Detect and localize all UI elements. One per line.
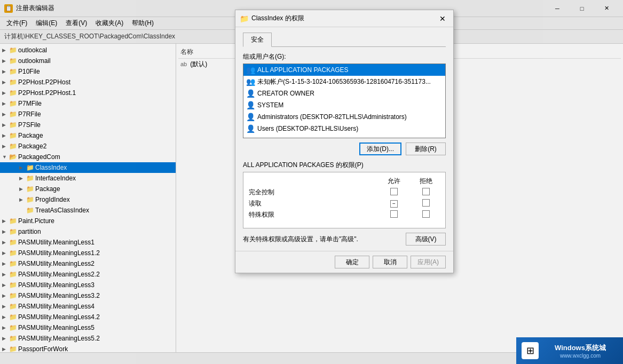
user-item-system[interactable]: 👤 SYSTEM xyxy=(243,99,445,111)
watermark-title: Windows系统城 xyxy=(555,343,606,353)
watermark: ⊞ Windows系统城 www.wxclgg.com xyxy=(516,337,623,364)
user-group-icon: 👥 xyxy=(246,77,255,86)
user-item-unknown-account[interactable]: 👥 未知帐户(S-1-15-3-1024-1065365936-12816047… xyxy=(243,76,445,88)
watermark-subtitle: www.wxclgg.com xyxy=(560,353,601,359)
perm-row-read: 读取 xyxy=(247,198,442,209)
perm-allow-header: 允许 xyxy=(378,176,410,187)
user-name: Administrators (DESKTOP-82TLHLS\Administ… xyxy=(257,113,407,121)
perm-allow-cell xyxy=(378,209,410,220)
dialog-bottom-buttons: 确定 取消 应用(A) xyxy=(235,251,453,273)
advanced-hint-text: 有关特殊权限或高级设置，请单击"高级". xyxy=(243,235,406,244)
perm-deny-header: 拒绝 xyxy=(410,176,442,187)
perm-row-full-control: 完全控制 xyxy=(247,187,442,198)
perm-name: 读取 xyxy=(247,198,378,209)
perm-allow-checkbox[interactable] xyxy=(390,200,398,208)
permissions-table: 允许 拒绝 完全控制 xyxy=(247,176,442,220)
permissions-dialog: 📁 ClassIndex 的权限 ✕ 安全 组或用户名(G): 👥 ALL AP… xyxy=(235,10,454,273)
perm-name: 特殊权限 xyxy=(247,209,378,220)
user-name: SYSTEM xyxy=(257,101,283,109)
perm-allow-cell xyxy=(378,187,410,198)
permissions-box: 允许 拒绝 完全控制 xyxy=(243,172,446,228)
perm-deny-checkbox[interactable] xyxy=(422,199,430,207)
dialog-title: ClassIndex 的权限 xyxy=(251,14,436,23)
perm-allow-cell xyxy=(378,198,410,209)
user-item-users[interactable]: 👤 Users (DESKTOP-82TLHLS\Users) xyxy=(243,123,445,134)
perm-row-special: 特殊权限 xyxy=(247,209,442,220)
perm-deny-cell xyxy=(410,209,442,220)
user-item-all-app-packages[interactable]: 👥 ALL APPLICATION PACKAGES xyxy=(243,64,445,76)
user-icon: 👤 xyxy=(246,89,255,98)
user-name: Users (DESKTOP-82TLHLS\Users) xyxy=(257,125,358,132)
dialog-title-bar: 📁 ClassIndex 的权限 ✕ xyxy=(235,10,453,27)
user-name: 未知帐户(S-1-15-3-1024-1065365936-1281604716… xyxy=(257,77,431,86)
dialog-content: 安全 组或用户名(G): 👥 ALL APPLICATION PACKAGES … xyxy=(235,27,453,251)
user-list[interactable]: 👥 ALL APPLICATION PACKAGES 👥 未知帐户(S-1-15… xyxy=(243,64,446,138)
user-icon: 👤 xyxy=(246,112,255,122)
tab-strip: 安全 xyxy=(243,33,446,47)
tab-security[interactable]: 安全 xyxy=(243,33,272,47)
remove-button[interactable]: 删除(R) xyxy=(406,143,446,155)
dialog-folder-icon: 📁 xyxy=(240,14,248,23)
dialog-overlay: 📁 ClassIndex 的权限 ✕ 安全 组或用户名(G): 👥 ALL AP… xyxy=(0,0,623,364)
perm-deny-checkbox[interactable] xyxy=(422,188,430,195)
user-group-icon: 👥 xyxy=(246,65,255,75)
cancel-button[interactable]: 取消 xyxy=(373,256,407,268)
user-icon: 👤 xyxy=(246,124,255,133)
user-name: ALL APPLICATION PACKAGES xyxy=(257,66,349,74)
perm-deny-cell xyxy=(410,198,442,209)
perm-name-header xyxy=(247,176,378,187)
user-name: CREATOR OWNER xyxy=(257,90,314,97)
group-user-label: 组或用户名(G): xyxy=(243,52,446,61)
add-button[interactable]: 添加(D)... xyxy=(359,143,401,155)
user-icon: 👤 xyxy=(246,100,255,110)
perm-allow-checkbox[interactable] xyxy=(390,210,398,218)
windows-logo-icon: ⊞ xyxy=(522,342,539,359)
perm-deny-checkbox[interactable] xyxy=(422,210,430,218)
perm-allow-checkbox[interactable] xyxy=(390,188,398,195)
user-action-buttons: 添加(D)... 删除(R) xyxy=(243,143,446,155)
advanced-button[interactable]: 高级(V) xyxy=(406,233,446,246)
permissions-section-label: ALL APPLICATION PACKAGES 的权限(P) xyxy=(243,161,446,170)
user-item-creator-owner[interactable]: 👤 CREATOR OWNER xyxy=(243,88,445,99)
dialog-close-button[interactable]: ✕ xyxy=(436,12,449,25)
perm-name: 完全控制 xyxy=(247,187,378,198)
advanced-row: 有关特殊权限或高级设置，请单击"高级". 高级(V) xyxy=(243,233,446,246)
ok-button[interactable]: 确定 xyxy=(335,256,369,268)
user-item-administrators[interactable]: 👤 Administrators (DESKTOP-82TLHLS\Admini… xyxy=(243,111,445,123)
apply-button[interactable]: 应用(A) xyxy=(411,256,446,268)
perm-deny-cell xyxy=(410,187,442,198)
